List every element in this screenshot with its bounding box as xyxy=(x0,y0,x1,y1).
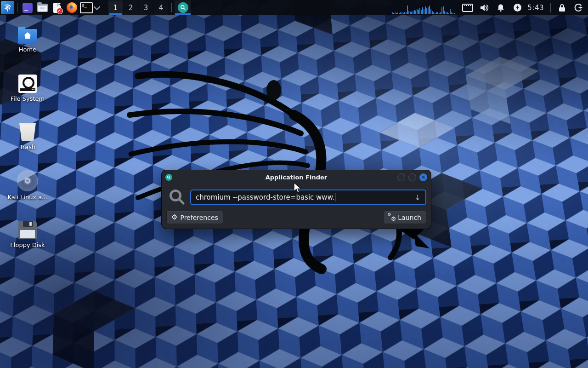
desktop-icon-label: Kali Linux a... xyxy=(7,194,47,201)
kali-menu-icon xyxy=(3,3,13,13)
mouse-cursor xyxy=(293,182,302,194)
finder-buttons: ⚙ Preferences ⚙⚙ Launch xyxy=(162,208,431,226)
panel-separator xyxy=(171,3,172,12)
command-input[interactable]: chromium --password-store=basic www. ↓ xyxy=(190,190,426,205)
launcher-app-window[interactable] xyxy=(21,1,34,15)
edit-badge-icon xyxy=(57,8,63,14)
home-folder-icon xyxy=(18,29,37,44)
floppy-disk-icon xyxy=(18,221,37,239)
window-title: Application Finder xyxy=(162,174,431,181)
network-tray-item[interactable] xyxy=(461,1,475,15)
workspace-3[interactable]: 3 xyxy=(139,0,153,15)
power-manager-icon xyxy=(513,3,522,12)
cd-disc-icon xyxy=(17,170,38,191)
notifications-bell-icon xyxy=(497,4,505,12)
desktop-icon-label: File System xyxy=(11,96,45,102)
preferences-button[interactable]: ⚙ Preferences xyxy=(166,211,223,224)
panel-left: $_ 1 2 3 4 xyxy=(0,0,191,15)
logout-icon xyxy=(574,3,583,12)
power-manager-tray-item[interactable] xyxy=(510,1,524,15)
window-controls: ✕ xyxy=(397,173,427,181)
desktop-icon-trash[interactable]: Trash xyxy=(6,121,50,167)
window-magnifier-icon xyxy=(165,174,172,181)
panel-right: 5:43 xyxy=(392,0,588,15)
network-icon xyxy=(462,4,473,12)
gear-icon: ⚙ xyxy=(171,214,177,221)
text-editor-document-icon xyxy=(53,3,61,13)
desktop-icon-file-system[interactable]: File System xyxy=(6,73,50,119)
command-text: chromium --password-store=basic www. xyxy=(196,193,334,201)
desktop-icon-label: Floppy Disk xyxy=(10,242,45,248)
search-icon xyxy=(168,188,187,207)
launch-label: Launch xyxy=(398,214,421,221)
launcher-text-editor[interactable] xyxy=(50,1,64,15)
desktop-icon-floppy[interactable]: Floppy Disk xyxy=(6,220,50,266)
dropdown-arrow-icon[interactable]: ↓ xyxy=(415,193,421,202)
desktop-icon-label: Home xyxy=(19,46,36,53)
lock-screen-icon xyxy=(558,4,566,12)
close-button[interactable]: ✕ xyxy=(419,173,427,181)
clock[interactable]: 5:43 xyxy=(527,4,544,12)
preferences-label: Preferences xyxy=(180,214,218,221)
network-monitor-graph[interactable] xyxy=(392,2,455,14)
panel-separator xyxy=(550,3,551,12)
maximize-button[interactable] xyxy=(408,173,416,181)
desktop: $_ 1 2 3 4 xyxy=(0,0,588,368)
notifications-tray-item[interactable] xyxy=(494,1,508,15)
top-panel: $_ 1 2 3 4 xyxy=(0,0,588,15)
panel-separator xyxy=(105,3,105,12)
run-gears-icon: ⚙⚙ xyxy=(388,214,395,221)
chevron-down-icon[interactable] xyxy=(94,4,100,10)
desktop-icon-kali-cd[interactable]: Kali Linux a... xyxy=(6,170,50,216)
trash-can-icon xyxy=(19,123,36,141)
workspace-1[interactable]: 1 xyxy=(108,0,123,15)
magnifier-icon xyxy=(178,2,188,13)
workspace-4[interactable]: 4 xyxy=(154,0,168,15)
taskbar-application-finder[interactable] xyxy=(175,0,191,15)
panel-separator xyxy=(17,3,17,12)
firefox-icon xyxy=(67,2,77,13)
text-caret xyxy=(335,193,335,201)
volume-icon xyxy=(480,4,489,12)
file-manager-folder-icon xyxy=(37,4,48,12)
launcher-file-manager[interactable] xyxy=(35,1,49,15)
application-finder-window: Application Finder ✕ chromium --password… xyxy=(162,170,431,229)
terminal-icon: $_ xyxy=(80,2,93,13)
logout-button[interactable] xyxy=(571,1,585,15)
launcher-firefox[interactable] xyxy=(65,1,79,15)
desktop-icon-home[interactable]: Home xyxy=(6,25,50,71)
app-window-icon xyxy=(23,3,33,13)
minimize-button[interactable] xyxy=(397,173,405,181)
lock-screen-button[interactable] xyxy=(555,1,569,15)
launcher-terminal[interactable]: $_ xyxy=(79,1,93,15)
workspace-2[interactable]: 2 xyxy=(124,0,138,15)
launch-button[interactable]: ⚙⚙ Launch xyxy=(383,211,426,224)
volume-tray-item[interactable] xyxy=(477,1,491,15)
desktop-icon-label: Trash xyxy=(20,144,35,150)
hard-drive-icon xyxy=(18,75,37,93)
applications-menu-button[interactable] xyxy=(1,1,14,14)
